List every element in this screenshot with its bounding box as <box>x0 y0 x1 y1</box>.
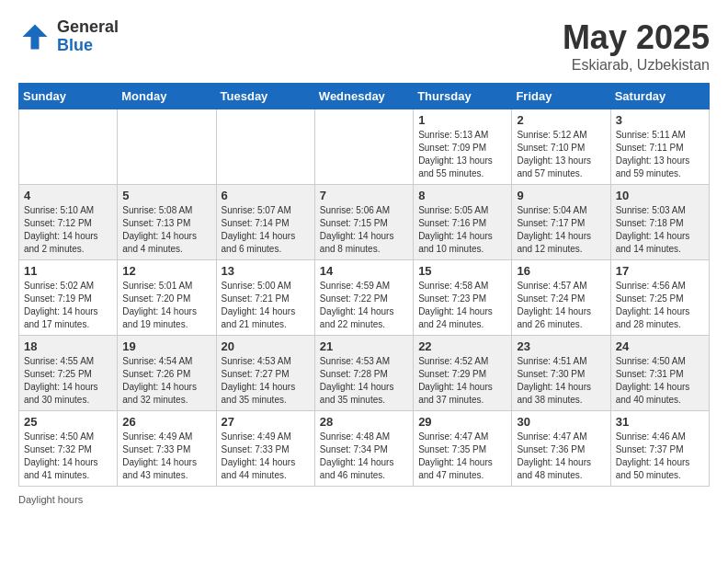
calendar-cell: 8Sunrise: 5:05 AM Sunset: 7:16 PM Daylig… <box>414 185 512 260</box>
day-info: Sunrise: 5:11 AM Sunset: 7:11 PM Dayligh… <box>616 129 704 180</box>
day-number: 15 <box>418 264 506 278</box>
day-number: 30 <box>517 415 605 429</box>
calendar-cell <box>314 109 413 185</box>
calendar-cell <box>216 109 314 185</box>
day-number: 21 <box>320 339 408 353</box>
calendar-footer: Daylight hours <box>18 494 710 505</box>
calendar-cell: 17Sunrise: 4:56 AM Sunset: 7:25 PM Dayli… <box>610 260 709 336</box>
calendar-cell: 14Sunrise: 4:59 AM Sunset: 7:22 PM Dayli… <box>314 260 413 336</box>
col-header-friday: Friday <box>512 84 610 109</box>
col-header-sunday: Sunday <box>19 84 118 109</box>
day-info: Sunrise: 5:05 AM Sunset: 7:16 PM Dayligh… <box>418 204 506 256</box>
day-number: 7 <box>320 189 408 202</box>
day-info: Sunrise: 4:47 AM Sunset: 7:35 PM Dayligh… <box>418 431 506 482</box>
day-number: 1 <box>418 113 506 127</box>
calendar-cell: 12Sunrise: 5:01 AM Sunset: 7:20 PM Dayli… <box>118 260 216 336</box>
calendar-cell: 27Sunrise: 4:49 AM Sunset: 7:33 PM Dayli… <box>216 411 314 487</box>
calendar-cell: 24Sunrise: 4:50 AM Sunset: 7:31 PM Dayli… <box>610 336 709 411</box>
day-info: Sunrise: 4:54 AM Sunset: 7:26 PM Dayligh… <box>122 355 210 407</box>
day-info: Sunrise: 4:58 AM Sunset: 7:23 PM Dayligh… <box>418 280 506 331</box>
calendar-cell: 15Sunrise: 4:58 AM Sunset: 7:23 PM Dayli… <box>414 260 512 336</box>
day-number: 16 <box>517 264 605 278</box>
logo-general-text: General <box>57 18 119 37</box>
day-info: Sunrise: 4:47 AM Sunset: 7:36 PM Dayligh… <box>517 431 605 482</box>
day-info: Sunrise: 4:57 AM Sunset: 7:24 PM Dayligh… <box>517 280 605 331</box>
calendar-cell <box>19 109 118 185</box>
day-number: 25 <box>24 415 112 429</box>
day-number: 27 <box>222 415 310 429</box>
day-number: 11 <box>24 264 112 278</box>
day-info: Sunrise: 4:46 AM Sunset: 7:37 PM Dayligh… <box>616 431 704 482</box>
calendar-cell: 25Sunrise: 4:50 AM Sunset: 7:32 PM Dayli… <box>19 411 118 487</box>
calendar-cell: 1Sunrise: 5:13 AM Sunset: 7:09 PM Daylig… <box>414 109 512 185</box>
day-info: Sunrise: 4:56 AM Sunset: 7:25 PM Dayligh… <box>616 280 704 331</box>
day-info: Sunrise: 5:01 AM Sunset: 7:20 PM Dayligh… <box>122 280 210 331</box>
day-info: Sunrise: 4:48 AM Sunset: 7:34 PM Dayligh… <box>320 431 408 482</box>
col-header-monday: Monday <box>118 84 216 109</box>
day-number: 10 <box>616 189 704 202</box>
calendar-cell: 26Sunrise: 4:49 AM Sunset: 7:33 PM Dayli… <box>118 411 216 487</box>
day-number: 24 <box>616 339 704 353</box>
day-info: Sunrise: 4:53 AM Sunset: 7:28 PM Dayligh… <box>320 355 408 407</box>
calendar-cell: 21Sunrise: 4:53 AM Sunset: 7:28 PM Dayli… <box>314 336 413 411</box>
day-number: 23 <box>517 339 605 353</box>
col-header-thursday: Thursday <box>414 84 512 109</box>
calendar-cell: 6Sunrise: 5:07 AM Sunset: 7:14 PM Daylig… <box>216 185 314 260</box>
day-number: 26 <box>122 415 210 429</box>
logo-icon <box>18 20 51 53</box>
calendar-cell: 11Sunrise: 5:02 AM Sunset: 7:19 PM Dayli… <box>19 260 118 336</box>
calendar-cell: 9Sunrise: 5:04 AM Sunset: 7:17 PM Daylig… <box>512 185 610 260</box>
page-header: General Blue May 2025 Eskiarab, Uzbekist… <box>18 18 710 74</box>
day-number: 17 <box>616 264 704 278</box>
logo: General Blue <box>18 18 119 55</box>
day-number: 9 <box>517 189 605 202</box>
calendar-cell: 13Sunrise: 5:00 AM Sunset: 7:21 PM Dayli… <box>216 260 314 336</box>
calendar-location: Eskiarab, Uzbekistan <box>563 57 710 74</box>
day-info: Sunrise: 4:55 AM Sunset: 7:25 PM Dayligh… <box>24 355 112 407</box>
day-number: 13 <box>222 264 310 278</box>
day-info: Sunrise: 4:53 AM Sunset: 7:27 PM Dayligh… <box>222 355 310 407</box>
day-number: 20 <box>222 339 310 353</box>
col-header-saturday: Saturday <box>610 84 709 109</box>
day-info: Sunrise: 5:04 AM Sunset: 7:17 PM Dayligh… <box>517 204 605 256</box>
calendar-table: SundayMondayTuesdayWednesdayThursdayFrid… <box>18 83 710 487</box>
calendar-cell: 30Sunrise: 4:47 AM Sunset: 7:36 PM Dayli… <box>512 411 610 487</box>
calendar-cell: 19Sunrise: 4:54 AM Sunset: 7:26 PM Dayli… <box>118 336 216 411</box>
day-info: Sunrise: 5:03 AM Sunset: 7:18 PM Dayligh… <box>616 204 704 256</box>
logo-text: General Blue <box>57 18 119 55</box>
logo-blue-text: Blue <box>57 37 119 55</box>
calendar-cell: 31Sunrise: 4:46 AM Sunset: 7:37 PM Dayli… <box>610 411 709 487</box>
calendar-cell: 7Sunrise: 5:06 AM Sunset: 7:15 PM Daylig… <box>314 185 413 260</box>
day-info: Sunrise: 5:10 AM Sunset: 7:12 PM Dayligh… <box>24 204 112 256</box>
day-number: 29 <box>418 415 506 429</box>
day-number: 14 <box>320 264 408 278</box>
col-header-wednesday: Wednesday <box>314 84 413 109</box>
day-info: Sunrise: 5:02 AM Sunset: 7:19 PM Dayligh… <box>24 280 112 331</box>
day-number: 8 <box>418 189 506 202</box>
calendar-cell: 3Sunrise: 5:11 AM Sunset: 7:11 PM Daylig… <box>610 109 709 185</box>
calendar-cell: 23Sunrise: 4:51 AM Sunset: 7:30 PM Dayli… <box>512 336 610 411</box>
calendar-cell: 22Sunrise: 4:52 AM Sunset: 7:29 PM Dayli… <box>414 336 512 411</box>
calendar-cell: 16Sunrise: 4:57 AM Sunset: 7:24 PM Dayli… <box>512 260 610 336</box>
calendar-cell: 4Sunrise: 5:10 AM Sunset: 7:12 PM Daylig… <box>19 185 118 260</box>
day-number: 19 <box>122 339 210 353</box>
daylight-hours-label: Daylight hours <box>18 494 83 505</box>
day-number: 5 <box>122 189 210 202</box>
day-info: Sunrise: 4:49 AM Sunset: 7:33 PM Dayligh… <box>222 431 310 482</box>
day-info: Sunrise: 4:51 AM Sunset: 7:30 PM Dayligh… <box>517 355 605 407</box>
day-number: 12 <box>122 264 210 278</box>
day-info: Sunrise: 5:08 AM Sunset: 7:13 PM Dayligh… <box>122 204 210 256</box>
day-number: 28 <box>320 415 408 429</box>
calendar-cell: 2Sunrise: 5:12 AM Sunset: 7:10 PM Daylig… <box>512 109 610 185</box>
calendar-cell: 20Sunrise: 4:53 AM Sunset: 7:27 PM Dayli… <box>216 336 314 411</box>
day-number: 31 <box>616 415 704 429</box>
calendar-cell: 5Sunrise: 5:08 AM Sunset: 7:13 PM Daylig… <box>118 185 216 260</box>
day-number: 18 <box>24 339 112 353</box>
calendar-cell: 18Sunrise: 4:55 AM Sunset: 7:25 PM Dayli… <box>19 336 118 411</box>
day-info: Sunrise: 5:00 AM Sunset: 7:21 PM Dayligh… <box>222 280 310 331</box>
calendar-cell: 29Sunrise: 4:47 AM Sunset: 7:35 PM Dayli… <box>414 411 512 487</box>
day-number: 4 <box>24 189 112 202</box>
calendar-cell <box>118 109 216 185</box>
day-info: Sunrise: 5:12 AM Sunset: 7:10 PM Dayligh… <box>517 129 605 180</box>
day-number: 22 <box>418 339 506 353</box>
